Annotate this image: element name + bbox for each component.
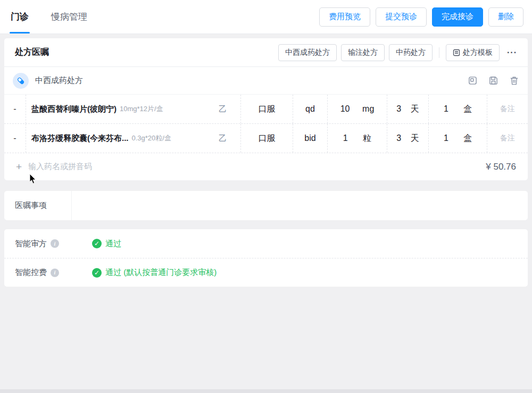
rx-group-title: 中西成药处方 [35,76,83,86]
smart-rx-review-row: 智能审方 i ✓ 通过 [4,229,528,258]
copy-rx-icon[interactable] [468,76,478,86]
tab-outpatient-label: 门诊 [11,11,29,23]
active-tab-underline [10,32,30,34]
top-actions: 费用预览 提交预诊 完成接诊 删除 [319,7,523,27]
check-circle-icon: ✓ [92,239,102,248]
smart-cost-control-status: ✓ 通过 (默认按普通门诊要求审核) [92,267,217,278]
route-field[interactable]: 口服 [240,95,293,123]
dose-field[interactable]: 1 粒 [327,124,387,153]
infusion-rx-button[interactable]: 输注处方 [341,44,385,61]
row-collapse-toggle[interactable]: - [4,95,26,123]
prescription-total-price: ¥ 50.76 [486,162,520,172]
plus-icon: + [16,162,22,172]
chinese-rx-button[interactable]: 中药处方 [389,44,433,61]
tab-outpatient[interactable]: 门诊 [11,0,29,34]
more-options-button[interactable]: ··· [504,48,520,57]
medication-row: - 盐酸西替利嗪片(彼朗宁) 10mg*12片/盒 乙 口服 qd 10 mg … [4,95,528,124]
days-value: 3 [396,104,401,114]
prescription-card: 处方医嘱 中西成药处方 输注处方 中药处方 处方模板 ··· [4,38,528,180]
total-field[interactable]: 1 盒 [428,95,487,123]
advice-input[interactable] [72,191,528,220]
info-icon[interactable]: i [51,269,59,277]
total-unit: 盒 [463,133,472,144]
days-field[interactable]: 3 天 [387,95,428,123]
dose-unit: mg [362,104,374,114]
smart-cost-control-row: 智能控费 i ✓ 通过 (默认按普通门诊要求审核) [4,258,528,287]
main-tabs: 门诊 慢病管理 [11,0,110,34]
smart-audit-card: 智能审方 i ✓ 通过 智能控费 i ✓ 通过 (默认按普通门诊要求审核) [4,229,528,287]
finish-reception-button[interactable]: 完成接诊 [432,7,483,27]
top-bar: 门诊 慢病管理 费用预览 提交预诊 完成接诊 删除 [0,0,532,34]
add-medication-row: + 输入药名或拼音码 ¥ 50.76 [4,153,528,180]
save-rx-icon[interactable] [488,76,498,86]
drug-name: 布洛芬缓释胶囊(今来芬布... [31,133,129,144]
rx-template-button[interactable]: 处方模板 [446,44,500,61]
status-text: 通过 [105,239,121,249]
remark-field[interactable]: 备注 [487,124,528,153]
dose-value: 1 [343,133,348,143]
delete-rx-icon[interactable] [509,76,519,86]
insurance-class-tag: 乙 [219,133,231,144]
advice-card: 医嘱事项 [4,191,528,220]
tab-chronic-disease[interactable]: 慢病管理 [51,0,87,34]
western-rx-button[interactable]: 中西成药处方 [278,44,337,61]
smart-cost-control-label: 智能控费 [15,267,47,278]
medication-row: - 布洛芬缓释胶囊(今来芬布... 0.3g*20粒/盒 乙 口服 bid 1 … [4,124,528,153]
total-field[interactable]: 1 盒 [428,124,487,153]
insurance-class-tag: 乙 [219,104,231,114]
info-icon[interactable]: i [51,239,59,248]
drug-spec: 0.3g*20粒/盒 [132,133,171,143]
drug-name-cell[interactable]: 布洛芬缓释胶囊(今来芬布... 0.3g*20粒/盒 乙 [26,124,240,153]
submit-pre-diagnosis-button[interactable]: 提交预诊 [376,7,427,27]
days-unit: 天 [411,133,419,144]
rx-group-header: 中西成药处方 [4,67,528,95]
route-field[interactable]: 口服 [240,124,293,153]
dose-value: 10 [340,104,350,114]
toolbar-divider [439,47,439,58]
template-document-icon [453,49,460,56]
total-unit: 盒 [463,104,472,115]
drug-search-input[interactable]: 输入药名或拼音码 [28,162,486,172]
frequency-field[interactable]: bid [293,124,327,153]
drug-spec: 10mg*12片/盒 [120,104,163,114]
dose-field[interactable]: 10 mg [327,95,387,123]
delete-button[interactable]: 删除 [488,7,523,27]
rx-template-label: 处方模板 [463,48,493,57]
total-value: 1 [444,104,448,114]
prescription-toolbar: 中西成药处方 输注处方 中药处方 处方模板 ··· [278,44,520,61]
status-text: 通过 (默认按普通门诊要求审核) [105,267,217,278]
check-circle-icon: ✓ [92,268,102,278]
row-collapse-toggle[interactable]: - [4,124,26,153]
drug-name-cell[interactable]: 盐酸西替利嗪片(彼朗宁) 10mg*12片/盒 乙 [26,95,240,123]
smart-rx-review-label: 智能审方 [15,239,47,249]
tab-chronic-disease-label: 慢病管理 [51,11,87,23]
smart-rx-review-status: ✓ 通过 [92,239,121,249]
fee-preview-button[interactable]: 费用预览 [319,7,370,27]
advice-label: 医嘱事项 [4,191,72,220]
frequency-field[interactable]: qd [293,95,327,123]
days-unit: 天 [411,104,419,115]
prescription-title: 处方医嘱 [15,47,49,58]
total-value: 1 [444,133,448,143]
rx-group-icons [468,76,519,86]
days-field[interactable]: 3 天 [387,124,428,153]
prescription-card-header: 处方医嘱 中西成药处方 输注处方 中药处方 处方模板 ··· [4,38,528,67]
pill-icon [13,73,29,89]
days-value: 3 [396,133,401,143]
drug-name: 盐酸西替利嗪片(彼朗宁) [31,104,117,114]
dose-unit: 粒 [363,133,371,144]
horizontal-scrollbar-track[interactable] [0,389,532,393]
remark-field[interactable]: 备注 [487,95,528,123]
